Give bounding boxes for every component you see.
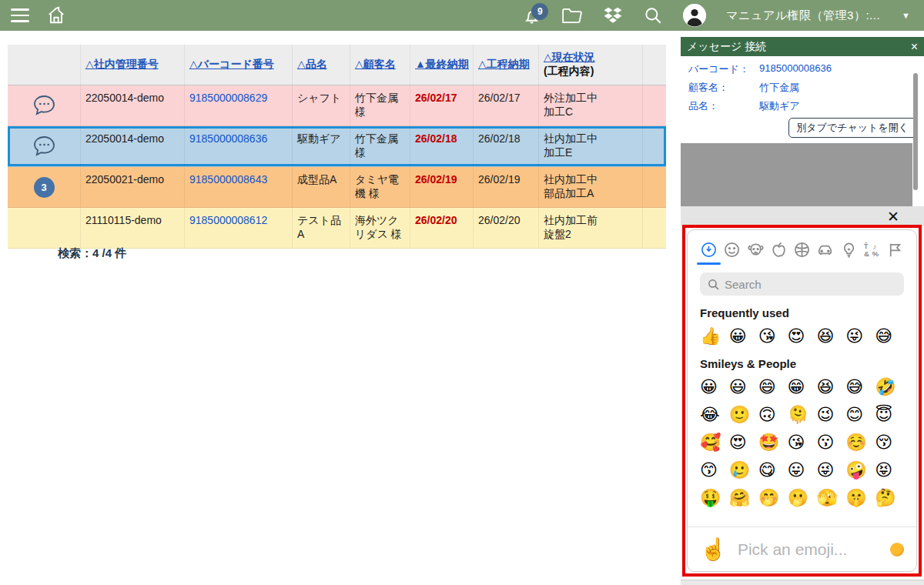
skin-tone-selector[interactable]: [890, 543, 904, 557]
chat-bubble-icon[interactable]: [32, 94, 57, 117]
dropbox-icon[interactable]: [603, 6, 623, 25]
emoji-item[interactable]: 🤫: [845, 487, 875, 508]
notifications-bell-icon[interactable]: 9: [522, 6, 541, 25]
barcode-link[interactable]: 9185000008643: [185, 167, 293, 207]
category-food-icon[interactable]: [770, 241, 788, 259]
spacer-cell: [643, 208, 666, 248]
home-icon[interactable]: [46, 5, 66, 25]
product-name-cell: シャフト: [293, 85, 350, 125]
emoji-item[interactable]: 😃: [729, 376, 758, 397]
table-row[interactable]: 322050021-demo9185000008643成型品Aタミヤ電機 様26…: [8, 167, 666, 208]
category-activity-icon[interactable]: [793, 241, 811, 259]
table-row[interactable]: 22050014-demo9185000008629シャフト竹下金属 様26/0…: [8, 85, 666, 126]
emoji-item[interactable]: 🫢: [788, 487, 817, 508]
search-icon[interactable]: [643, 5, 663, 25]
emoji-item[interactable]: 🤣: [875, 376, 904, 397]
emoji-item[interactable]: 😜: [816, 460, 845, 480]
emoji-item[interactable]: 😙: [700, 460, 729, 480]
emoji-item[interactable]: 😛: [788, 460, 817, 480]
barcode-link[interactable]: 9185000008612: [185, 208, 293, 248]
barcode-link[interactable]: 9185000008629: [185, 85, 293, 125]
emoji-item[interactable]: 🫠: [788, 404, 817, 425]
emoji-item[interactable]: 🤭: [758, 487, 788, 508]
column-header-process-due[interactable]: △工程納期: [474, 45, 539, 85]
emoji-item[interactable]: 🤔: [875, 487, 904, 508]
category-symbols-icon[interactable]: T̄ ♪ & %: [863, 241, 881, 259]
category-objects-icon[interactable]: [840, 241, 858, 259]
emoji-item[interactable]: 😀: [729, 326, 758, 346]
close-icon[interactable]: ×: [911, 41, 918, 53]
emoji-message-input[interactable]: ☝️ Pick an emoji...: [688, 526, 916, 571]
chat-close-icon[interactable]: ✕: [887, 209, 899, 224]
folder-icon[interactable]: [561, 6, 583, 25]
column-header-barcode-number[interactable]: △バーコード番号: [185, 45, 293, 85]
final-due-cell: 26/02/19: [410, 167, 474, 207]
chat-bubble-icon[interactable]: [32, 135, 57, 158]
open-chat-new-tab-button[interactable]: 別タブでチャットを開く: [788, 118, 916, 138]
chevron-down-icon[interactable]: ▼: [902, 11, 910, 20]
emoji-item[interactable]: ☺️: [845, 432, 875, 453]
message-field: バーコード：9185000008636: [688, 62, 916, 76]
category-smileys-icon[interactable]: [723, 241, 741, 259]
process-due-cell: 26/02/20: [474, 208, 539, 248]
emoji-grid: 😀😃😄😁😆😅🤣😂🙂🙃🫠😉😊😇🥰😍🤩😘😗☺️😚😙🥲😋😛😜🤪😝🤑🤗🤭🫢🫣🤫🤔: [700, 376, 904, 508]
orders-table: △社内管理番号△バーコード番号△品名△顧客名▲最終納期△工程納期△現在状況(工程…: [8, 45, 666, 249]
emoji-item[interactable]: 😋: [758, 460, 788, 480]
emoji-item[interactable]: 😆: [816, 326, 845, 346]
emoji-item[interactable]: 😆: [816, 376, 845, 397]
emoji-item[interactable]: 🙃: [758, 404, 788, 425]
current-user-label[interactable]: マニュアル権限（管理3）:...: [726, 8, 880, 23]
table-row[interactable]: 21110115-demo9185000008612テスト品A海外ツクリダス 様…: [8, 208, 666, 249]
emoji-item[interactable]: 😍: [729, 432, 758, 453]
category-recent-icon[interactable]: [700, 241, 718, 259]
current-status-cell: 社内加工中加工E: [539, 126, 643, 166]
emoji-item[interactable]: 😉: [816, 404, 845, 425]
emoji-item[interactable]: 😇: [875, 404, 904, 425]
column-header-management-number[interactable]: △社内管理番号: [81, 45, 185, 85]
emoji-item[interactable]: 😝: [875, 460, 904, 480]
column-header-spacer: [643, 45, 666, 85]
category-animals-icon[interactable]: [747, 241, 765, 259]
emoji-item[interactable]: 🫣: [816, 487, 845, 508]
column-header-product-name[interactable]: △品名: [293, 45, 350, 85]
emoji-item[interactable]: 🤩: [758, 432, 788, 453]
emoji-picker-highlight: T̄ ♪ & % Search Frequently used👍😀😘😍😆😜😅Sm…: [682, 225, 922, 577]
emoji-item[interactable]: 😂: [700, 404, 729, 425]
category-flags-icon[interactable]: [886, 241, 904, 259]
emoji-item[interactable]: 😅: [845, 376, 875, 397]
emoji-item[interactable]: 😅: [875, 326, 904, 346]
emoji-item[interactable]: 🥰: [700, 432, 729, 453]
emoji-search-input[interactable]: Search: [700, 272, 904, 296]
emoji-item[interactable]: 🤗: [729, 487, 758, 508]
emoji-item[interactable]: 🤪: [845, 460, 875, 480]
emoji-item[interactable]: 😘: [758, 326, 788, 346]
emoji-item[interactable]: 🙂: [729, 404, 758, 425]
column-header-customer-name[interactable]: △顧客名: [350, 45, 410, 85]
emoji-item[interactable]: 😀: [700, 376, 729, 397]
emoji-item[interactable]: 🥲: [729, 460, 758, 480]
emoji-item[interactable]: 😍: [788, 326, 817, 346]
emoji-item[interactable]: 😚: [875, 432, 904, 453]
user-avatar[interactable]: [683, 4, 706, 27]
column-header-current-status[interactable]: △現在状況(工程内容): [539, 45, 643, 85]
management-number-cell: 21110115-demo: [81, 208, 185, 248]
emoji-item[interactable]: 🤑: [700, 487, 729, 508]
emoji-item[interactable]: 👍: [700, 326, 729, 346]
emoji-item[interactable]: 😁: [788, 376, 817, 397]
column-header-final-due[interactable]: ▲最終納期: [410, 45, 474, 85]
row-icon-cell: 3: [8, 167, 81, 207]
svg-text:T̄: T̄: [864, 242, 869, 250]
category-travel-icon[interactable]: [816, 241, 834, 259]
emoji-item[interactable]: 😜: [845, 326, 875, 346]
message-panel-scrollbar[interactable]: [913, 73, 918, 190]
emoji-item[interactable]: 😗: [816, 432, 845, 453]
menu-icon[interactable]: [11, 8, 29, 22]
table-row[interactable]: 22050014-demo9185000008636駆動ギア竹下金属 様26/0…: [8, 126, 666, 167]
emoji-item[interactable]: 😄: [758, 376, 788, 397]
pointing-hand-emoji[interactable]: ☝️: [700, 537, 727, 562]
emoji-item[interactable]: 😊: [845, 404, 875, 425]
barcode-link[interactable]: 9185000008636: [185, 126, 293, 166]
unread-count-badge[interactable]: 3: [34, 177, 55, 198]
emoji-item[interactable]: 😘: [788, 432, 817, 453]
orders-table-head: △社内管理番号△バーコード番号△品名△顧客名▲最終納期△工程納期△現在状況(工程…: [8, 45, 666, 85]
